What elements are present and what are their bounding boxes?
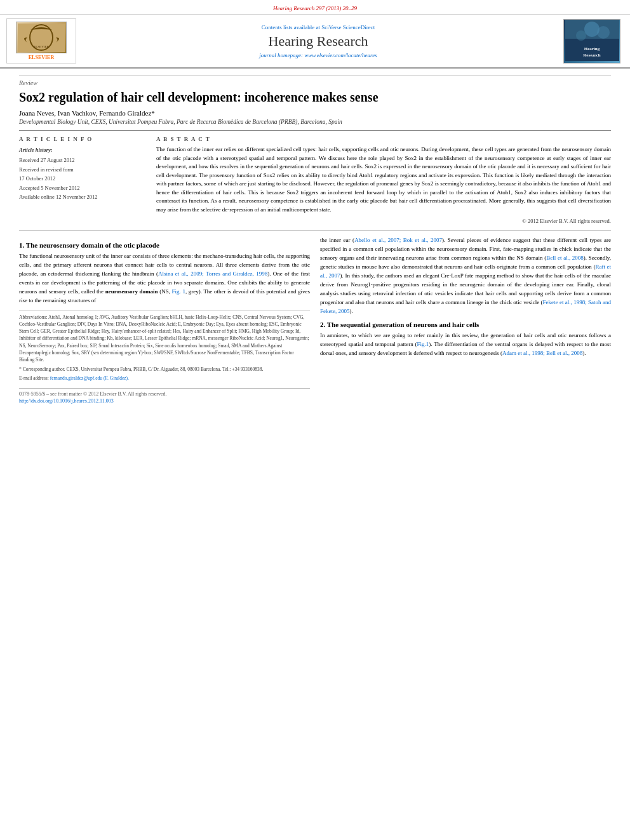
right-column: the inner ear (Abello et al., 2007; Bok … — [320, 236, 611, 404]
elsevier-text: ELSEVIER — [29, 55, 54, 60]
svg-text:Research: Research — [583, 53, 601, 58]
section1-title: 1. The neurosensory domain of the otic p… — [19, 241, 310, 249]
hr-logo-block: Hearing Research — [560, 19, 624, 63]
footnote-corresponding: * Corresponding author. CEXS, Universita… — [19, 366, 310, 373]
journal-title: Hearing Research — [79, 33, 558, 50]
journal-banner: ELSEVIER ELSEVIER Contents lists availab… — [0, 15, 630, 69]
article-history: Article history: Received 27 August 2012… — [19, 145, 146, 202]
email-link[interactable]: fernando.giraldez@upf.edu (F. Giraldez). — [50, 375, 129, 381]
elsevier-logo-block: ELSEVIER ELSEVIER — [6, 18, 76, 63]
svg-point-7 — [597, 26, 610, 39]
journal-citation: Hearing Research 297 (2013) 20–29 — [0, 0, 630, 15]
doi-link[interactable]: http://dx.doi.org/10.1016/j.heares.2012.… — [19, 398, 114, 404]
ref-abello[interactable]: Abello et al., 2007; Bok et al., 2007 — [354, 237, 442, 243]
ref-fekete[interactable]: Fekete et al., 1998; Satoh and Fekete, 2… — [320, 299, 611, 314]
article-type-label: Review — [19, 75, 611, 86]
ref-fig1-2[interactable]: Fig.1 — [417, 341, 429, 347]
revised-date: 17 October 2012 — [19, 174, 146, 183]
page-body: Review Sox2 regulation of hair cell deve… — [0, 69, 630, 410]
article-authors: Joana Neves, Ivan Vachkov, Fernando Gira… — [19, 109, 611, 117]
journal-homepage: journal homepage: www.elsevier.com/locat… — [79, 52, 558, 58]
svg-point-6 — [576, 30, 586, 41]
ref-fig1[interactable]: Fig. 1 — [172, 288, 185, 295]
svg-text:ELSEVIER: ELSEVIER — [34, 45, 49, 48]
article-info-col: A R T I C L E I N F O Article history: R… — [19, 136, 146, 224]
homepage-url[interactable]: www.elsevier.com/locate/heares — [304, 52, 377, 58]
abstract-col: A B S T R A C T The function of the inne… — [156, 136, 611, 224]
elsevier-image: ELSEVIER — [16, 22, 67, 53]
section2-title: 2. The sequential generation of neurons … — [320, 321, 611, 328]
accepted-date: Accepted 5 November 2012 — [19, 183, 146, 192]
abstract-header: A B S T R A C T — [156, 136, 611, 142]
doi-line: http://dx.doi.org/10.1016/j.heares.2012.… — [19, 398, 310, 404]
left-column: 1. The neurosensory domain of the otic p… — [19, 236, 310, 404]
section1-right-text: the inner ear (Abello et al., 2007; Bok … — [320, 236, 611, 316]
article-affiliation: Developmental Biology Unit, CEXS, Univer… — [19, 119, 611, 125]
article-info-header: A R T I C L E I N F O — [19, 136, 146, 142]
journal-center-info: Contents lists available at SciVerse Sci… — [76, 22, 560, 61]
revised-label: Received in revised form — [19, 165, 146, 174]
issn-line: 0378-5955/$ – see front matter © 2012 El… — [19, 391, 310, 397]
ref-alsina[interactable]: Alsina et al., 2009; Torres and Giraldez… — [158, 270, 267, 277]
section2-right-text: In amniotes, to which we are going to re… — [320, 331, 611, 358]
abstract-text: The function of the inner ear relies on … — [156, 145, 611, 214]
footnote-email: E-mail address: fernando.giraldez@upf.ed… — [19, 375, 310, 382]
ref-raft[interactable]: Raft et al., 2007 — [320, 263, 611, 279]
ref-bell2008[interactable]: Bell et al., 2008 — [546, 255, 584, 261]
svg-text:Hearing: Hearing — [584, 46, 600, 51]
sciverse-text: Contents lists available at SciVerse Sci… — [79, 24, 558, 30]
received-date: Received 27 August 2012 — [19, 156, 146, 164]
ref-adam[interactable]: Adam et al., 1998; Bell et al., 2008 — [502, 350, 582, 356]
footer-bar: 0378-5955/$ – see front matter © 2012 El… — [19, 388, 310, 404]
svg-point-5 — [584, 22, 600, 37]
sciverse-link-text[interactable]: SciVerse ScienceDirect — [321, 24, 375, 30]
hr-logo-image: Hearing Research — [563, 19, 620, 63]
section-divider — [19, 230, 611, 231]
copyright-line: © 2012 Elsevier B.V. All rights reserved… — [156, 218, 611, 224]
article-title: Sox2 regulation of hair cell development… — [19, 89, 611, 105]
online-date: Available online 12 November 2012 — [19, 192, 146, 201]
footnote-section: Abbreviations: Atoh1, Atonal homolog 1; … — [19, 310, 310, 382]
footnote-abbreviations: Abbreviations: Atoh1, Atonal homolog 1; … — [19, 314, 310, 364]
article-info-abstract: A R T I C L E I N F O Article history: R… — [19, 130, 611, 224]
section1-left-text: The functional neurosensory unit of the … — [19, 252, 310, 305]
main-content: 1. The neurosensory domain of the otic p… — [19, 236, 611, 404]
